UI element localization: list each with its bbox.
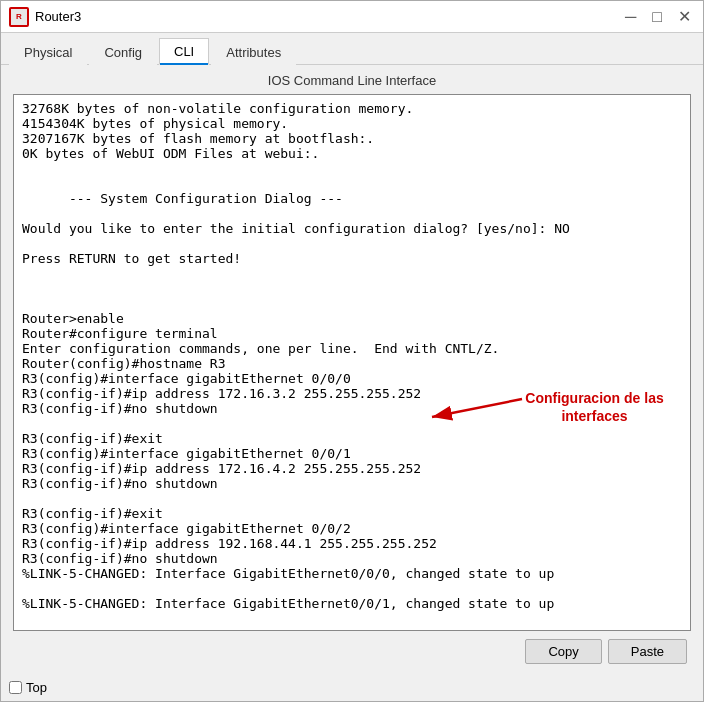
title-bar-left: R Router3 (9, 7, 81, 27)
tab-attributes[interactable]: Attributes (211, 39, 296, 65)
maximize-button[interactable]: □ (648, 7, 666, 27)
close-button[interactable]: ✕ (674, 7, 695, 27)
content-area: IOS Command Line Interface 32768K bytes … (1, 65, 703, 676)
top-checkbox[interactable] (9, 681, 22, 694)
router-icon: R (9, 7, 29, 27)
button-row: Copy Paste (13, 631, 691, 668)
panel-title: IOS Command Line Interface (13, 73, 691, 88)
minimize-button[interactable]: ─ (621, 7, 640, 27)
terminal-wrapper: 32768K bytes of non-volatile configurati… (13, 94, 691, 631)
top-label: Top (26, 680, 47, 695)
paste-button[interactable]: Paste (608, 639, 687, 664)
title-bar: R Router3 ─ □ ✕ (1, 1, 703, 33)
window-title: Router3 (35, 9, 81, 24)
tab-config[interactable]: Config (89, 39, 157, 65)
tab-physical[interactable]: Physical (9, 39, 87, 65)
top-checkbox-label[interactable]: Top (9, 680, 47, 695)
main-window: R Router3 ─ □ ✕ Physical Config CLI Attr… (0, 0, 704, 702)
tab-cli[interactable]: CLI (159, 38, 209, 65)
footer: Top (1, 676, 703, 701)
copy-button[interactable]: Copy (525, 639, 601, 664)
window-controls: ─ □ ✕ (621, 7, 695, 27)
cli-terminal[interactable]: 32768K bytes of non-volatile configurati… (14, 95, 690, 630)
tab-bar: Physical Config CLI Attributes (1, 33, 703, 65)
cli-output: 32768K bytes of non-volatile configurati… (22, 101, 682, 611)
